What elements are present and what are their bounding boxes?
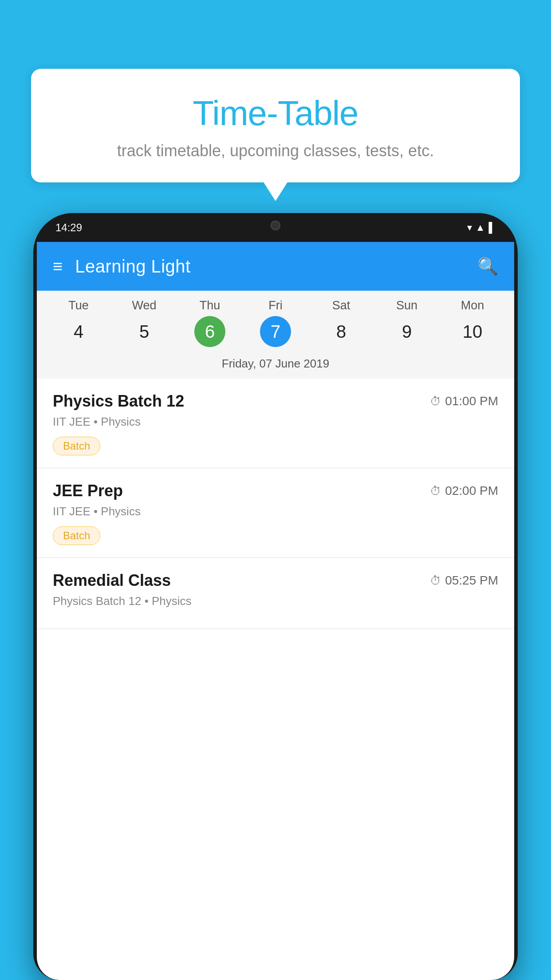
days-row: Tue4Wed5Thu6Fri7Sat8Sun9Mon10 xyxy=(37,299,514,347)
day-col-5[interactable]: Wed5 xyxy=(115,299,173,347)
day-name: Sun xyxy=(396,299,417,312)
batch-tag: Batch xyxy=(53,437,100,455)
schedule-title: Physics Batch 12 xyxy=(53,392,184,411)
day-col-10[interactable]: Mon10 xyxy=(444,299,501,347)
status-icons: ▾ ▲ ▌ xyxy=(467,222,496,233)
speech-bubble-container: Time-Table track timetable, upcoming cla… xyxy=(31,69,520,182)
day-number[interactable]: 4 xyxy=(63,316,94,347)
schedule-subtitle: IIT JEE • Physics xyxy=(53,505,498,518)
time-text: 02:00 PM xyxy=(445,484,498,498)
battery-icon: ▌ xyxy=(488,222,496,233)
day-col-4[interactable]: Tue4 xyxy=(50,299,107,347)
schedule-item[interactable]: Physics Batch 12⏱01:00 PMIIT JEE • Physi… xyxy=(37,379,514,468)
day-number[interactable]: 5 xyxy=(129,316,160,347)
camera-dot xyxy=(271,221,280,230)
app-title: Learning Light xyxy=(75,257,465,277)
day-name: Tue xyxy=(68,299,89,312)
schedule-title: JEE Prep xyxy=(53,482,123,500)
schedule-item[interactable]: JEE Prep⏱02:00 PMIIT JEE • PhysicsBatch xyxy=(37,468,514,558)
search-icon[interactable]: 🔍 xyxy=(477,257,498,276)
day-name: Thu xyxy=(200,299,220,312)
schedule-item-header: Physics Batch 12⏱01:00 PM xyxy=(53,392,498,411)
wifi-icon: ▾ xyxy=(467,222,472,233)
schedule-time: ⏱02:00 PM xyxy=(430,484,498,498)
clock-icon: ⏱ xyxy=(430,574,441,588)
hamburger-menu-icon[interactable]: ≡ xyxy=(53,258,63,275)
phone-notch xyxy=(240,213,311,237)
speech-bubble: Time-Table track timetable, upcoming cla… xyxy=(31,69,520,182)
day-number[interactable]: 9 xyxy=(391,316,422,347)
clock-icon: ⏱ xyxy=(430,484,441,498)
day-col-8[interactable]: Sat8 xyxy=(312,299,370,347)
day-name: Wed xyxy=(132,299,156,312)
schedule-subtitle: Physics Batch 12 • Physics xyxy=(53,594,498,608)
schedule-time: ⏱05:25 PM xyxy=(430,573,498,588)
day-col-7[interactable]: Fri7 xyxy=(247,299,304,347)
schedule-item-header: JEE Prep⏱02:00 PM xyxy=(53,482,498,500)
schedule-list: Physics Batch 12⏱01:00 PMIIT JEE • Physi… xyxy=(37,379,514,629)
bubble-title: Time-Table xyxy=(58,93,493,134)
schedule-subtitle: IIT JEE • Physics xyxy=(53,415,498,429)
phone-frame: 14:29 ▾ ▲ ▌ ≡ Learning Light 🔍 Tue4Wed5T… xyxy=(33,213,518,980)
day-number[interactable]: 6 xyxy=(194,316,225,347)
phone-screen: ≡ Learning Light 🔍 Tue4Wed5Thu6Fri7Sat8S… xyxy=(37,242,514,980)
time-text: 01:00 PM xyxy=(445,394,498,408)
calendar-strip: Tue4Wed5Thu6Fri7Sat8Sun9Mon10 Friday, 07… xyxy=(37,291,514,379)
schedule-item-header: Remedial Class⏱05:25 PM xyxy=(53,571,498,590)
schedule-title: Remedial Class xyxy=(53,571,171,590)
app-bar: ≡ Learning Light 🔍 xyxy=(37,242,514,291)
day-number[interactable]: 10 xyxy=(457,316,488,347)
signal-icon: ▲ xyxy=(476,222,485,233)
day-col-9[interactable]: Sun9 xyxy=(378,299,436,347)
day-name: Sat xyxy=(332,299,350,312)
day-name: Fri xyxy=(268,299,282,312)
day-col-6[interactable]: Thu6 xyxy=(181,299,239,347)
day-name: Mon xyxy=(461,299,484,312)
schedule-time: ⏱01:00 PM xyxy=(430,394,498,408)
time-text: 05:25 PM xyxy=(445,573,498,588)
selected-date-label: Friday, 07 June 2019 xyxy=(37,352,514,379)
schedule-item[interactable]: Remedial Class⏱05:25 PMPhysics Batch 12 … xyxy=(37,558,514,629)
day-number[interactable]: 8 xyxy=(326,316,357,347)
day-number[interactable]: 7 xyxy=(260,316,291,347)
bubble-subtitle: track timetable, upcoming classes, tests… xyxy=(58,142,493,160)
batch-tag: Batch xyxy=(53,526,100,545)
clock-icon: ⏱ xyxy=(430,395,441,408)
phone-top-bar: 14:29 ▾ ▲ ▌ xyxy=(33,213,518,242)
status-time: 14:29 xyxy=(55,221,82,234)
